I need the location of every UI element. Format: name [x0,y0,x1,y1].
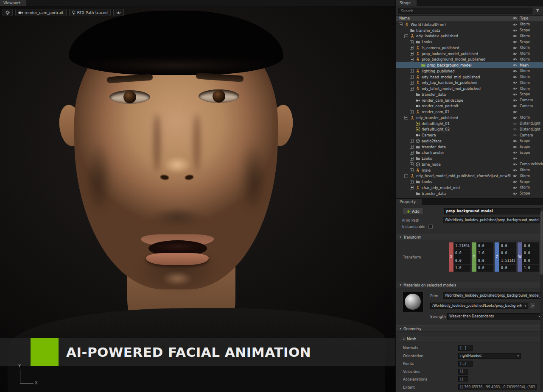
materials-section-header[interactable]: ▾ Materials on selected models [396,282,543,288]
tree-row[interactable]: −edy_lookdev_publishedXform [396,33,543,39]
field-value[interactable]: [...] [458,361,473,367]
transform-section-header[interactable]: ▾ Transform [396,234,543,240]
matrix-value-field[interactable]: 1.51894 [453,242,470,250]
expand-icon[interactable]: + [410,87,414,91]
clear-icon[interactable]: ⊗ [519,304,522,308]
column-visibility-eye-icon[interactable] [511,17,518,20]
strength-dropdown[interactable]: Weaker than Descendants ▾ [447,313,542,320]
search-input[interactable] [398,8,532,14]
visibility-eye-icon[interactable] [511,192,518,195]
tree-row[interactable]: CameraCamera [396,132,543,138]
expand-icon[interactable]: + [410,52,414,56]
collapse-icon[interactable]: − [404,34,408,38]
matrix-value-field[interactable]: 0.0 [522,257,539,264]
tree-row[interactable]: +charTransferScope [396,150,543,156]
visibility-eye-icon[interactable] [511,151,518,154]
tree-row[interactable]: −prop_background_model_publishedXform [396,57,543,63]
tree-row[interactable]: transfer_dataScope [396,28,543,33]
tree-row[interactable]: +LooksScope [396,39,543,45]
column-type-label[interactable]: Type [518,16,543,20]
expand-icon[interactable]: + [410,186,414,189]
visibility-eye-icon[interactable] [511,110,518,114]
visibility-eye-icon[interactable] [511,70,518,73]
expand-icon[interactable]: + [410,46,414,50]
tree-row[interactable]: defaultLight_02DistantLight [396,127,543,133]
visibility-eye-icon[interactable] [511,40,518,44]
matrix-value-field[interactable]: 0.0 [476,257,493,264]
visibility-eye-icon[interactable] [511,139,518,143]
tree-row[interactable]: +lighting_publishedXform [396,68,543,74]
matrix-value-field[interactable]: 1.51142 [499,257,516,264]
visibility-eye-icon[interactable] [511,64,518,67]
matrix-value-field[interactable]: 0.0 [499,242,516,250]
visibility-eye-icon[interactable] [511,174,518,178]
matrix-value-field[interactable]: 1.0 [453,265,470,272]
tree-row[interactable]: +transfer_dataScope [396,144,543,150]
expand-icon[interactable]: + [410,75,414,79]
visibility-button[interactable] [113,9,124,16]
tree-row[interactable]: −edy_transfer_publishedXform [396,115,543,121]
tree-row[interactable]: defaultLight_01DistantLight [396,121,543,127]
expand-icon[interactable]: + [410,157,414,161]
chevron-down-icon[interactable]: ▾ [523,304,526,308]
collapse-icon[interactable]: − [399,22,403,26]
tree-row[interactable]: −World (defaultPrim)Xform [396,22,543,28]
property-scrollbar[interactable] [540,207,543,390]
expand-icon[interactable]: + [410,180,414,184]
matrix-value-field[interactable]: 0.0 [453,250,470,257]
visibility-eye-icon[interactable] [511,180,518,183]
visibility-eye-icon[interactable] [511,145,518,149]
visibility-eye-icon[interactable] [511,87,518,90]
visibility-eye-icon[interactable] [511,34,518,38]
tree-row[interactable]: transfer_dataScope [396,191,543,197]
field-value[interactable]: [] [458,376,468,382]
visibility-eye-icon[interactable] [511,186,518,189]
filter-button[interactable] [534,8,541,14]
expand-icon[interactable]: + [410,40,414,44]
matrix-value-field[interactable]: 0.0 [476,265,493,272]
matrix-value-field[interactable]: 0.0 [522,250,539,257]
field-value[interactable]: [(-369.05576, -99.4063, -0.76399994), (3… [458,384,537,390]
tree-row[interactable]: render_cam_portraitCamera [396,103,543,109]
tree-row[interactable]: transfer_dataScope [396,92,543,97]
matrix-value-field[interactable]: 0.0 [522,242,539,250]
tab-stage[interactable]: Stage [396,0,417,6]
matrix-value-field[interactable]: 0.0 [499,250,516,257]
visibility-eye-icon[interactable] [511,75,518,79]
tree-row[interactable]: +char_edy_model_midXform [396,185,543,191]
tree-row[interactable]: prop_background_modelMesh [396,62,543,68]
matrix-value-field[interactable]: 0.0 [453,257,470,264]
prim-name-input[interactable]: prop_background_model [444,208,540,214]
tree-row[interactable]: +LooksScope [396,179,543,185]
tree-row[interactable]: +prop_lookdev_model_publishedXform [396,51,543,57]
tree-row[interactable]: +edy_top_hairtube_hi_publishedXform [396,80,543,86]
material-prim-value[interactable]: /World/edy_lookdev_published/prop_backgr… [443,292,542,299]
visibility-eye-icon[interactable] [511,93,518,96]
material-binding-input[interactable]: /World/edy_lookdev_published/Looks/prop_… [430,303,528,309]
matrix-value-field[interactable]: 1.0 [522,265,539,272]
tree-row[interactable]: render_cam_landscapeCamera [396,97,543,103]
visibility-eye-icon[interactable] [511,104,518,108]
viewport-canvas[interactable]: render_cam_portrait RTX Path-traced AI-P… [0,6,395,392]
mesh-section-header[interactable]: ▾ Mesh [400,336,543,342]
expand-icon[interactable]: + [410,162,414,166]
collapse-icon[interactable]: − [404,116,408,120]
tree-row[interactable]: +edy_head_model_mid_publishedXform [396,74,543,80]
tree-row[interactable]: +edy_tshirt_model_mid_publishedXform [396,86,543,92]
expand-icon[interactable]: + [410,145,414,149]
visibility-eye-icon[interactable] [511,128,518,131]
expand-icon[interactable]: + [410,151,414,155]
prim-path-value[interactable]: /World/edy_lookdev_published/prop_backgr… [443,217,542,223]
visibility-eye-icon[interactable] [511,116,518,120]
visibility-eye-icon[interactable] [511,29,518,32]
visibility-eye-icon[interactable] [511,163,518,166]
visibility-eye-icon[interactable] [511,58,518,61]
visibility-eye-icon[interactable] [511,169,518,172]
tree-row[interactable]: +maleXform [396,167,543,173]
add-property-button[interactable]: + Add [402,208,424,215]
collapse-icon[interactable]: − [410,58,414,61]
visibility-eye-icon[interactable] [511,23,518,26]
matrix-value-field[interactable]: 0.0 [499,265,516,272]
expand-icon[interactable]: + [410,69,414,73]
visibility-eye-icon[interactable] [511,52,518,56]
